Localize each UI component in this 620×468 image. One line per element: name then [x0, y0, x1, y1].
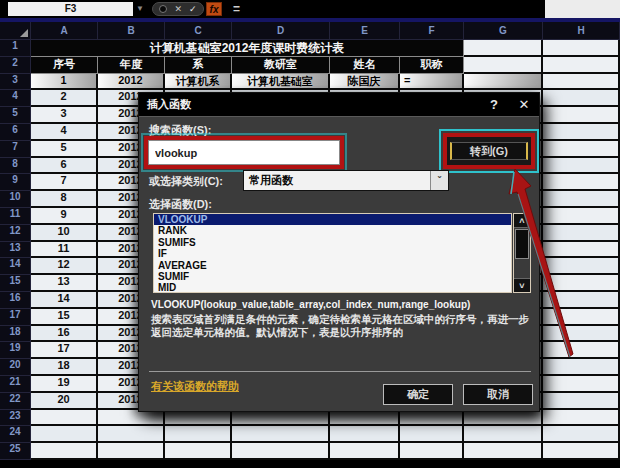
- table-header-cell[interactable]: 姓名: [330, 57, 400, 74]
- cell[interactable]: [543, 225, 620, 242]
- column-header-E[interactable]: E: [330, 22, 400, 40]
- insert-function-fx-icon[interactable]: fx: [206, 2, 222, 16]
- row-header-2[interactable]: 2: [0, 57, 31, 74]
- function-list-item[interactable]: VLOOKUP: [154, 214, 511, 225]
- cell[interactable]: [543, 275, 620, 292]
- table-header-cell[interactable]: 序号: [31, 57, 98, 74]
- row-header-18[interactable]: 18: [0, 326, 31, 343]
- cell[interactable]: [543, 326, 620, 343]
- category-select[interactable]: 常用函数 ˇ: [243, 170, 449, 191]
- cell[interactable]: [165, 443, 232, 460]
- cell[interactable]: [543, 292, 620, 309]
- row-header-5[interactable]: 5: [0, 107, 31, 124]
- cell[interactable]: [232, 426, 330, 443]
- row-header-19[interactable]: 19: [0, 342, 31, 359]
- dialog-help-icon[interactable]: ?: [479, 97, 509, 112]
- row-header-21[interactable]: 21: [0, 376, 31, 393]
- row-header-24[interactable]: 24: [0, 426, 31, 443]
- ok-button[interactable]: 确定: [383, 384, 453, 405]
- column-header-D[interactable]: D: [232, 22, 330, 40]
- row-header-6[interactable]: 6: [0, 124, 31, 141]
- column-header-B[interactable]: B: [98, 22, 165, 40]
- cell[interactable]: 4: [31, 124, 98, 141]
- row-header-20[interactable]: 20: [0, 359, 31, 376]
- cell[interactable]: [543, 342, 620, 359]
- cell[interactable]: [543, 57, 620, 74]
- column-header-H[interactable]: H: [543, 22, 620, 40]
- cell[interactable]: 18: [31, 359, 98, 376]
- search-function-input[interactable]: [148, 140, 340, 165]
- cell[interactable]: [464, 40, 543, 57]
- cell[interactable]: 6: [31, 158, 98, 175]
- cell[interactable]: [543, 242, 620, 259]
- function-list-item[interactable]: SUMIFS: [154, 237, 511, 248]
- select-all-corner[interactable]: [0, 22, 31, 40]
- cell[interactable]: [232, 443, 330, 460]
- cell[interactable]: [464, 57, 543, 74]
- cell[interactable]: 3: [31, 107, 98, 124]
- cell[interactable]: 10: [31, 225, 98, 242]
- enter-entry-icon[interactable]: ✓: [189, 5, 197, 14]
- cell[interactable]: [543, 309, 620, 326]
- cell[interactable]: 15: [31, 309, 98, 326]
- dialog-close-icon[interactable]: ✕: [509, 97, 539, 112]
- name-box-dropdown-icon[interactable]: ▼: [136, 4, 144, 14]
- row-header-1[interactable]: 1: [0, 40, 31, 57]
- cell[interactable]: [543, 191, 620, 208]
- row-header-15[interactable]: 15: [0, 275, 31, 292]
- cell[interactable]: [232, 410, 330, 427]
- cell[interactable]: [31, 443, 98, 460]
- row-header-4[interactable]: 4: [0, 90, 31, 107]
- cell[interactable]: 16: [31, 326, 98, 343]
- table-header-cell[interactable]: 年度: [98, 57, 165, 74]
- row-header-23[interactable]: 23: [0, 410, 31, 427]
- cell[interactable]: [543, 40, 620, 57]
- goto-button[interactable]: 转到(G): [450, 142, 528, 160]
- cell[interactable]: [400, 410, 464, 427]
- row-header-25[interactable]: 25: [0, 443, 31, 460]
- cell[interactable]: [543, 410, 620, 427]
- function-list-item[interactable]: SUMIF: [154, 271, 511, 282]
- cell[interactable]: [543, 158, 620, 175]
- cell[interactable]: [543, 107, 620, 124]
- row-header-17[interactable]: 17: [0, 309, 31, 326]
- cell[interactable]: 17: [31, 342, 98, 359]
- scroll-up-icon[interactable]: ˄: [514, 214, 530, 228]
- cell[interactable]: [31, 410, 98, 427]
- cell[interactable]: 8: [31, 191, 98, 208]
- cell[interactable]: [543, 393, 620, 410]
- cell[interactable]: [543, 443, 620, 460]
- cell-F3[interactable]: =: [400, 74, 464, 91]
- cell[interactable]: 7: [31, 174, 98, 191]
- function-list-scrollbar[interactable]: ˄ ˅: [513, 213, 531, 293]
- scroll-down-icon[interactable]: ˅: [514, 278, 530, 292]
- formula-bar-content[interactable]: =: [233, 2, 240, 16]
- function-help-link[interactable]: 有关该函数的帮助: [151, 379, 239, 394]
- cell-D3[interactable]: 计算机基础室: [232, 74, 330, 91]
- chevron-down-icon[interactable]: ˇ: [430, 171, 448, 190]
- cell[interactable]: [464, 443, 543, 460]
- table-header-cell[interactable]: 职称: [400, 57, 464, 74]
- function-list-item[interactable]: AVERAGE: [154, 260, 511, 271]
- cell[interactable]: [543, 258, 620, 275]
- cell[interactable]: 12: [31, 258, 98, 275]
- cell[interactable]: 19: [31, 376, 98, 393]
- row-header-22[interactable]: 22: [0, 393, 31, 410]
- cell[interactable]: [165, 410, 232, 427]
- cell[interactable]: [400, 443, 464, 460]
- cell[interactable]: 11: [31, 242, 98, 259]
- cell[interactable]: [98, 426, 165, 443]
- column-header-A[interactable]: A: [31, 22, 98, 40]
- cell-A3[interactable]: 1: [31, 74, 98, 91]
- cell[interactable]: [464, 74, 543, 91]
- scrollbar-thumb[interactable]: [515, 229, 529, 259]
- cell[interactable]: 14: [31, 292, 98, 309]
- cell[interactable]: [400, 426, 464, 443]
- cell[interactable]: [464, 410, 543, 427]
- cell[interactable]: [330, 426, 400, 443]
- row-header-11[interactable]: 11: [0, 208, 31, 225]
- dialog-titlebar[interactable]: 插入函数 ? ✕: [139, 93, 539, 117]
- cell[interactable]: [543, 376, 620, 393]
- row-header-7[interactable]: 7: [0, 141, 31, 158]
- cell[interactable]: [330, 443, 400, 460]
